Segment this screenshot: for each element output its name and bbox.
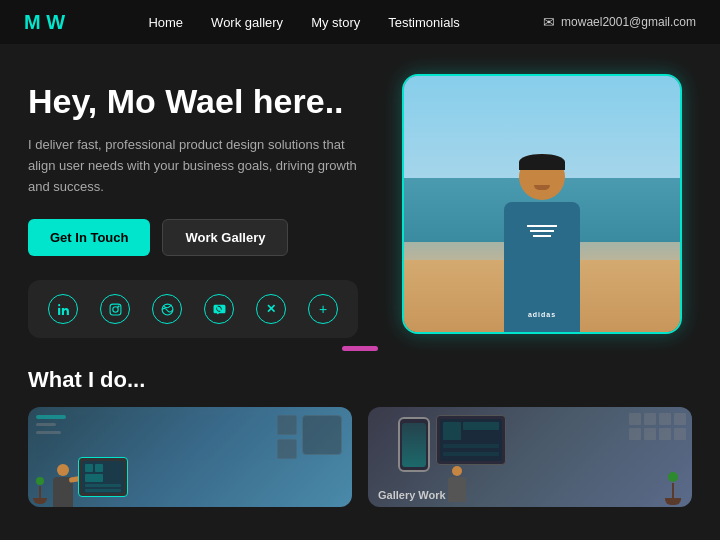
- nav-testimonials[interactable]: Testimonials: [388, 15, 460, 30]
- what-i-do-title: What I do...: [28, 367, 692, 393]
- navbar: M W Home Work gallery My story Testimoni…: [0, 0, 720, 44]
- nav-work-gallery[interactable]: Work gallery: [211, 15, 283, 30]
- hero-description: I deliver fast, professional product des…: [28, 135, 368, 197]
- linkedin-icon[interactable]: [48, 294, 78, 324]
- hero-title: Hey, Mo Wael here..: [28, 82, 372, 121]
- hero-right: adidas: [392, 74, 692, 338]
- get-in-touch-button[interactable]: Get In Touch: [28, 219, 150, 256]
- svg-point-3: [112, 307, 117, 312]
- hero-left: Hey, Mo Wael here.. I deliver fast, prof…: [28, 74, 372, 338]
- svg-rect-0: [58, 308, 60, 315]
- x-twitter-icon[interactable]: ✕: [256, 294, 286, 324]
- scroll-dot: [342, 346, 378, 351]
- card-gallery-work: Gallery Work: [368, 407, 692, 507]
- email-address: mowael2001@gmail.com: [561, 15, 696, 29]
- svg-point-1: [58, 304, 60, 306]
- card-ui-design: [28, 407, 352, 507]
- logo-letter-m: M: [24, 11, 41, 33]
- work-gallery-button[interactable]: Work Gallery: [162, 219, 288, 256]
- nav-my-story[interactable]: My story: [311, 15, 360, 30]
- email-icon: ✉: [543, 14, 555, 30]
- hero-buttons: Get In Touch Work Gallery: [28, 219, 372, 256]
- hero-section: Hey, Mo Wael here.. I deliver fast, prof…: [0, 44, 720, 338]
- instagram-icon[interactable]: [100, 294, 130, 324]
- social-bar: ✕ +: [28, 280, 358, 338]
- logo-letter-w: W: [46, 11, 65, 33]
- svg-point-4: [117, 306, 118, 307]
- nav-email-section: ✉ mowael2001@gmail.com: [543, 14, 696, 30]
- nav-home[interactable]: Home: [148, 15, 183, 30]
- svg-rect-2: [110, 304, 121, 315]
- cards-row: Gallery Work: [28, 407, 692, 507]
- logo[interactable]: M W: [24, 11, 65, 34]
- gallery-work-label: Gallery Work: [378, 489, 446, 501]
- hero-profile-image: adidas: [402, 74, 682, 334]
- scroll-indicator: [0, 338, 720, 357]
- plus-icon[interactable]: +: [308, 294, 338, 324]
- nav-links: Home Work gallery My story Testimonials: [148, 13, 459, 31]
- dribbble-icon[interactable]: [152, 294, 182, 324]
- what-section: What I do...: [0, 357, 720, 507]
- whatsapp-icon[interactable]: [204, 294, 234, 324]
